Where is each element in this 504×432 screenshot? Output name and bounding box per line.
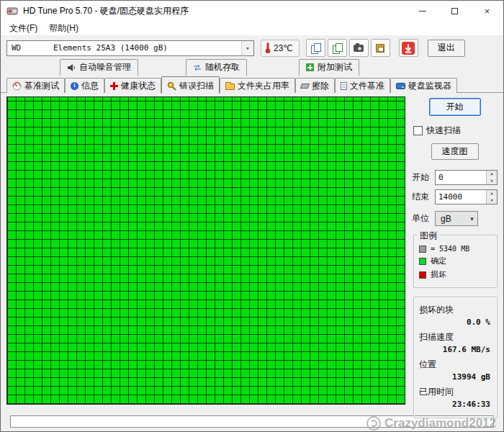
shuffle-icon: [193, 63, 202, 72]
save-icon: [376, 44, 384, 53]
start-position-label: 开始: [412, 171, 435, 184]
tab-label: 错误扫描: [179, 80, 214, 92]
thermometer-icon: [264, 42, 271, 54]
menu-file[interactable]: 文件(F): [4, 21, 43, 36]
ok-swatch: [419, 258, 426, 265]
spin-up-icon[interactable]: ▲: [487, 190, 497, 197]
spin-down-icon[interactable]: ▼: [487, 197, 497, 204]
copy-results-button[interactable]: [328, 39, 347, 57]
tab-file-benchmark[interactable]: 文件基准: [335, 78, 390, 93]
tab-error-scan[interactable]: 错误扫描: [161, 76, 220, 94]
tab-label: 随机存取: [205, 61, 240, 73]
elapsed-time-value: 23:46:33: [419, 400, 490, 409]
damaged-blocks-label: 损坏的块: [419, 304, 492, 316]
menu-help[interactable]: 帮助(H): [43, 21, 84, 36]
tab-auto-noise[interactable]: 自动噪音管理: [60, 59, 138, 76]
checkbox-box: [413, 126, 423, 135]
disk-monitor-icon: [396, 83, 405, 89]
camera-icon: [354, 45, 364, 52]
end-position-label: 结束: [412, 191, 435, 203]
start-position-stepper[interactable]: ▲ ▼: [486, 171, 497, 184]
magnifier-icon: [167, 81, 176, 91]
legend-ok: 确定: [419, 256, 492, 266]
maximize-button[interactable]: [438, 1, 471, 21]
tab-label: 信息: [81, 80, 99, 92]
tab-label: 文件夹占用率: [238, 80, 289, 92]
tab-info[interactable]: 信息: [65, 78, 104, 93]
quick-scan-checkbox[interactable]: 快速扫描: [413, 125, 498, 137]
damaged-swatch: [419, 271, 426, 279]
error-scan-page: 开始 快速扫描 速度图 开始 0 ▲ ▼ 结束 14000: [1, 92, 503, 431]
tab-label: 健康状态: [121, 80, 156, 92]
tab-label: 文件基准: [350, 80, 384, 92]
minimize-icon: [419, 11, 426, 12]
exit-button[interactable]: 退出: [428, 40, 465, 57]
copy-button[interactable]: [306, 39, 325, 57]
file-icon: [341, 82, 347, 90]
legend-title: 图例: [418, 230, 439, 242]
block-size-swatch: [419, 246, 426, 253]
scan-stats-panel: 损坏的块 0.0 % 扫描速度 167.6 MB/s 位置 13994 gB 已…: [413, 297, 498, 418]
tab-health[interactable]: 健康状态: [104, 78, 161, 93]
tab-label: 基准测试: [24, 80, 59, 92]
end-position-stepper[interactable]: ▲ ▼: [486, 190, 497, 204]
unit-label: 单位: [412, 212, 435, 225]
unit-select[interactable]: gB ▾: [435, 211, 478, 226]
tab-label: 自动噪音管理: [79, 61, 131, 73]
save-button[interactable]: [371, 39, 390, 57]
speaker-icon: [67, 63, 76, 72]
end-position-value: 14000: [436, 190, 486, 204]
tab-label: 擦除: [312, 80, 329, 92]
maximize-icon: [451, 8, 458, 14]
spin-down-icon[interactable]: ▼: [487, 178, 497, 184]
end-position-input[interactable]: 14000 ▲ ▼: [435, 189, 498, 204]
start-position-input[interactable]: 0 ▲ ▼: [435, 170, 498, 185]
legend-damaged: 损坏: [419, 269, 492, 280]
block-size-label: = 5340 MB: [431, 245, 469, 253]
start-position-row: 开始 0 ▲ ▼: [412, 170, 498, 185]
screenshot-button[interactable]: [349, 39, 369, 57]
download-icon: [402, 42, 415, 55]
close-icon: ×: [485, 6, 490, 16]
menubar: 文件(F) 帮助(H): [1, 21, 503, 36]
tab-erase[interactable]: 擦除: [295, 78, 335, 93]
scan-side-panel: 开始 快速扫描 速度图 开始 0 ▲ ▼ 结束 14000: [412, 96, 498, 427]
unit-value: gB: [441, 214, 451, 224]
health-cross-icon: [110, 82, 118, 90]
info-icon: [71, 82, 78, 90]
extra-tests-icon: [306, 63, 314, 71]
damaged-label: 损坏: [431, 269, 446, 280]
position-value: 13994 gB: [419, 372, 490, 382]
drive-select[interactable]: WD Elements 25A3 (14000 gB) ▾: [6, 40, 254, 56]
end-position-row: 结束 14000 ▲ ▼: [412, 189, 498, 204]
tab-label: 附加测试: [318, 61, 352, 73]
tab-row-bottom: 基准测试 信息 健康状态 错误扫描 文件夹占用率 擦除 文件基准: [1, 76, 503, 93]
tab-extra-tests[interactable]: 附加测试: [299, 59, 359, 76]
eraser-icon: [300, 84, 310, 89]
drive-model: Elements 25A3 (14000 gB): [53, 43, 168, 53]
tab-disk-monitor[interactable]: 硬盘监视器: [390, 78, 457, 93]
close-button[interactable]: ×: [471, 1, 503, 21]
folder-icon: [225, 84, 235, 90]
tab-benchmark[interactable]: 基准测试: [6, 78, 65, 93]
tab-folder-usage[interactable]: 文件夹占用率: [220, 78, 295, 93]
minimize-button[interactable]: [406, 1, 438, 21]
titlebar: HD Tune Pro 5.70 - 硬盘/固态硬盘实用程序 ×: [1, 1, 503, 21]
start-position-value: 0: [436, 171, 486, 184]
damaged-blocks-value: 0.0 %: [419, 318, 490, 327]
app-icon: [6, 5, 18, 17]
position-label: 位置: [419, 359, 492, 371]
toolbar-buttons: 退出: [306, 39, 465, 57]
elapsed-time-label: 已用时间: [419, 386, 492, 398]
spin-up-icon[interactable]: ▲: [487, 171, 497, 178]
tab-label: 硬盘监视器: [408, 80, 451, 92]
window-controls: ×: [406, 1, 503, 21]
legend-groupbox: 图例 = 5340 MB 确定 损坏: [413, 235, 498, 288]
tab-random-access[interactable]: 随机存取: [186, 59, 247, 76]
start-scan-button[interactable]: 开始: [429, 98, 481, 116]
hd-tune-window: HD Tune Pro 5.70 - 硬盘/固态硬盘实用程序 × 文件(F) 帮…: [0, 0, 504, 432]
download-button[interactable]: [399, 39, 418, 57]
chevron-down-icon: ▾: [241, 41, 253, 55]
legend-block-size: = 5340 MB: [419, 245, 492, 253]
speed-map-button[interactable]: 速度图: [431, 143, 479, 160]
